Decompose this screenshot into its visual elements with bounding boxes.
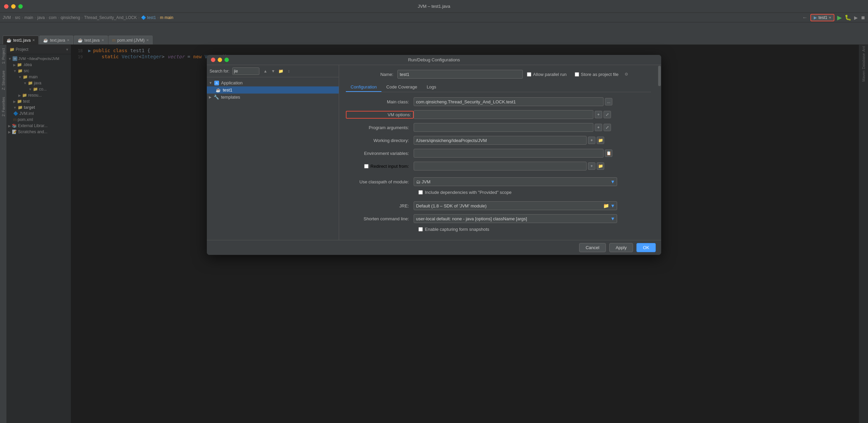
run-config-icon: ▶ xyxy=(814,15,817,20)
program-args-add-button[interactable]: + xyxy=(595,124,602,131)
breadcrumb-test1[interactable]: 🔷 test1 xyxy=(141,15,156,20)
config-search-input[interactable] xyxy=(232,67,259,75)
program-args-actions: + ⤢ xyxy=(595,124,611,131)
tab-configuration[interactable]: Configuration xyxy=(346,83,381,92)
config-name-input[interactable] xyxy=(397,70,523,79)
working-dir-add-button[interactable]: + xyxy=(588,137,595,144)
stop-button[interactable]: ⏹ xyxy=(861,15,865,20)
minimize-button[interactable] xyxy=(11,4,16,8)
breadcrumb-src[interactable]: src xyxy=(15,15,20,20)
modal-maximize-button[interactable] xyxy=(224,58,229,62)
apply-button[interactable]: Apply xyxy=(609,243,633,252)
program-args-input[interactable] xyxy=(414,123,593,132)
back-navigation-icon[interactable]: ← xyxy=(802,15,808,21)
store-project-checkbox[interactable] xyxy=(575,72,579,77)
redirect-add-button[interactable]: + xyxy=(588,162,595,170)
config-tree-test1[interactable]: ☕ test1 xyxy=(207,86,339,94)
tab-close-icon[interactable]: ✕ xyxy=(67,38,70,42)
config-tree-templates[interactable]: ▶ 🔧 templates xyxy=(207,94,339,101)
redirect-folder-button[interactable]: 📁 xyxy=(597,162,604,170)
shorten-cmd-select[interactable]: user-local default: none - java [options… xyxy=(414,214,617,223)
classpath-label: Use classpath of module: xyxy=(346,179,414,184)
tab-code-coverage[interactable]: Code Coverage xyxy=(381,83,422,92)
redirect-input-actions: + 📁 xyxy=(588,162,604,170)
tab-close-icon[interactable]: ✕ xyxy=(101,38,104,42)
config-search-bar: Search for: ▲ ▼ 📁 ↕ xyxy=(207,65,339,77)
vm-options-input[interactable] xyxy=(414,110,593,119)
vm-options-label: VM options: xyxy=(346,111,414,119)
breadcrumb-java[interactable]: java xyxy=(37,15,45,20)
breadcrumb-qinsicheng[interactable]: qinsicheng xyxy=(61,15,80,20)
debug-button[interactable]: 🐛 xyxy=(845,14,851,21)
search-label: Search for: xyxy=(210,69,230,74)
shorten-cmd-select-wrapper: user-local default: none - java [options… xyxy=(414,214,617,223)
config-group-label: Application xyxy=(221,80,243,85)
allow-parallel-checkbox[interactable] xyxy=(527,72,531,77)
tab-logs[interactable]: Logs xyxy=(422,83,441,92)
tab-text-java[interactable]: ☕ text.java ✕ xyxy=(39,36,73,44)
ok-button[interactable]: OK xyxy=(636,243,656,252)
working-dir-input[interactable] xyxy=(414,136,587,145)
sidebar-item-structure[interactable]: Z: Structure xyxy=(1,70,5,90)
modal-scrollbar[interactable] xyxy=(658,65,661,240)
include-deps-row: Include dependencies with "Provided" sco… xyxy=(346,190,651,195)
main-class-row: Main class: ... xyxy=(346,97,651,106)
search-down-button[interactable]: ▼ xyxy=(270,68,277,75)
program-args-expand-button[interactable]: ⤢ xyxy=(604,124,611,131)
breadcrumb-com[interactable]: com xyxy=(49,15,57,20)
browse-main-class-button[interactable]: ... xyxy=(605,98,612,105)
modal-close-button[interactable] xyxy=(211,58,215,62)
run-with-coverage-button[interactable]: ▶ xyxy=(854,15,858,20)
env-vars-clipboard-button[interactable]: 📋 xyxy=(605,149,612,157)
modal-title-bar: Run/Debug Configurations xyxy=(207,55,661,65)
tab-close-icon[interactable]: ✕ xyxy=(146,38,149,42)
add-config-button[interactable]: 📁 xyxy=(278,68,284,75)
title-bar: JVM – test1.java xyxy=(0,0,868,13)
name-field-label: Name: xyxy=(346,72,393,77)
jre-select[interactable]: Default (1.8 – SDK of 'JVM' module) xyxy=(414,201,617,210)
breadcrumb-main[interactable]: main xyxy=(24,15,33,20)
vm-options-expand-button[interactable]: ⤢ xyxy=(604,111,611,118)
modal-footer: Cancel Apply OK xyxy=(207,240,661,255)
maximize-button[interactable] xyxy=(18,4,23,8)
modal-minimize-button[interactable] xyxy=(218,58,222,62)
tab-test1-java[interactable]: ☕ test1.java ✕ xyxy=(3,36,39,44)
run-config-dropdown[interactable]: ▶ test1 ▾ xyxy=(810,14,834,21)
sidebar-item-project[interactable]: 1: Project xyxy=(1,48,5,64)
env-vars-label: Environment variables: xyxy=(346,151,414,156)
env-vars-input[interactable] xyxy=(414,149,604,158)
close-button[interactable] xyxy=(4,4,8,8)
breadcrumb-thread[interactable]: Thread_Security_And_LOCK xyxy=(84,15,137,20)
tab-close-icon[interactable]: ✕ xyxy=(32,38,35,42)
run-button[interactable]: ▶ xyxy=(837,14,842,21)
main-class-input[interactable] xyxy=(414,97,604,106)
modal-title: Run/Debug Configurations xyxy=(408,57,460,62)
name-row: Name: Allow parallel run Store as projec… xyxy=(346,70,651,79)
redirect-input-label: Redirect input from: xyxy=(371,164,409,169)
java-file-icon: ☕ xyxy=(78,38,83,43)
sort-config-button[interactable]: ↕ xyxy=(285,68,292,75)
modal-right-pane: Name: Allow parallel run Store as projec… xyxy=(339,65,658,240)
redirect-input-row: Redirect input from: + 📁 xyxy=(346,161,651,171)
include-deps-checkbox[interactable] xyxy=(418,190,423,195)
search-up-button[interactable]: ▲ xyxy=(262,68,269,75)
tab-test-java[interactable]: ☕ test.java ✕ xyxy=(74,36,108,44)
breadcrumb-main-method[interactable]: m main xyxy=(160,15,173,20)
classpath-select-wrapper: 🗂 JVM ▼ xyxy=(414,177,617,186)
working-dir-row: Working directory: + 📁 xyxy=(346,136,651,145)
enable-snapshots-checkbox[interactable] xyxy=(418,227,423,231)
breadcrumb-jvm[interactable]: JVM xyxy=(3,15,11,20)
config-tree-application[interactable]: ▼ A Application xyxy=(207,79,339,86)
store-project-settings-icon[interactable]: ⚙ xyxy=(625,72,628,77)
vm-options-add-button[interactable]: + xyxy=(595,111,602,118)
working-dir-folder-button[interactable]: 📁 xyxy=(597,137,604,144)
classpath-select[interactable]: 🗂 JVM xyxy=(414,177,617,186)
redirect-input-checkbox[interactable] xyxy=(364,164,369,168)
modal-body: Search for: ▲ ▼ 📁 ↕ ▼ A Application xyxy=(207,65,661,240)
sidebar-item-favorites[interactable]: 2: Favorites xyxy=(1,97,5,116)
classpath-row: Use classpath of module: 🗂 JVM ▼ xyxy=(346,177,651,186)
cancel-button[interactable]: Cancel xyxy=(579,243,606,252)
tab-pom-xml[interactable]: m pom.xml (JVM) ✕ xyxy=(108,36,153,44)
redirect-input-input[interactable] xyxy=(414,162,587,170)
jre-label: JRE: xyxy=(346,203,414,208)
